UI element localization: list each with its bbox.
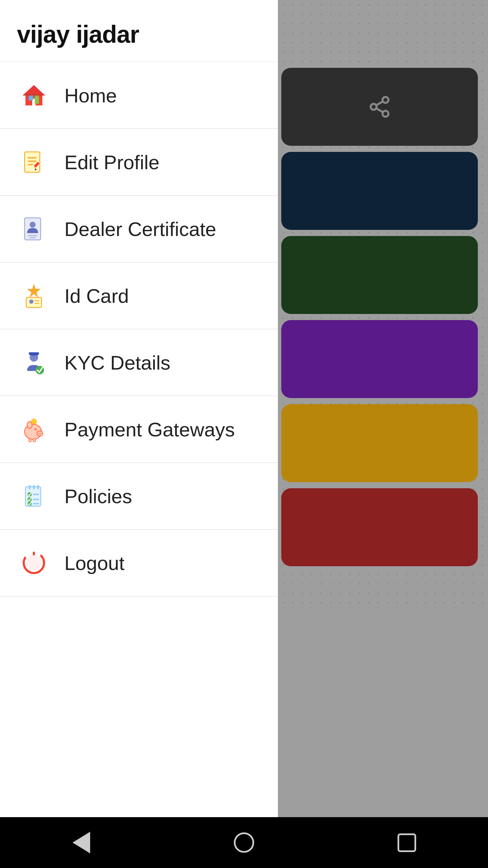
bottom-nav-bar	[0, 817, 488, 868]
svg-point-0	[383, 97, 389, 103]
svg-point-35	[38, 433, 40, 434]
card-navy	[281, 152, 478, 230]
edit-profile-icon	[17, 145, 51, 179]
svg-rect-46	[29, 485, 30, 490]
menu-item-dealer-certificate[interactable]: Dealer Certificate	[0, 196, 278, 262]
svg-rect-9	[23, 95, 45, 96]
menu-label-dealer-certificate: Dealer Certificate	[64, 218, 216, 240]
share-card[interactable]	[281, 68, 478, 146]
svg-point-57	[26, 555, 42, 571]
share-icon	[368, 95, 391, 119]
menu-item-edit-profile[interactable]: Edit Profile	[0, 129, 278, 196]
menu-item-id-card[interactable]: Id Card	[0, 262, 278, 329]
payment-gateways-icon: $	[17, 412, 51, 446]
card-green	[281, 236, 478, 314]
id-card-icon	[17, 279, 51, 313]
back-button[interactable]	[61, 822, 102, 863]
svg-point-38	[35, 428, 37, 430]
menu-item-logout[interactable]: Logout	[0, 530, 278, 596]
menu-label-policies: Policies	[64, 485, 132, 508]
svg-rect-47	[33, 485, 35, 490]
logout-icon	[17, 546, 51, 580]
back-icon	[73, 832, 90, 853]
svg-point-2	[383, 111, 389, 117]
svg-rect-48	[37, 485, 39, 490]
menu-label-payment-gateways: Payment Gateways	[64, 418, 235, 441]
menu-label-id-card: Id Card	[64, 284, 129, 307]
menu-label-kyc-details: KYC Details	[64, 351, 170, 374]
recents-button[interactable]	[386, 822, 427, 863]
svg-point-36	[40, 433, 41, 434]
menu-item-kyc-details[interactable]: KYC Details	[0, 329, 278, 396]
card-red	[281, 488, 478, 566]
card-gold	[281, 404, 478, 482]
svg-rect-42	[29, 439, 32, 442]
svg-point-25	[29, 299, 34, 304]
svg-marker-22	[27, 284, 41, 297]
menu-list: Home Edit Profile	[0, 62, 278, 596]
svg-rect-10	[25, 152, 40, 172]
svg-point-19	[30, 222, 36, 228]
home-icon	[17, 78, 51, 112]
recents-icon	[398, 833, 416, 852]
kyc-details-icon	[17, 346, 51, 379]
svg-rect-7	[35, 95, 39, 104]
svg-line-3	[376, 108, 383, 112]
home-button[interactable]	[224, 822, 264, 863]
sidebar: vijay ijadar Home	[0, 0, 278, 868]
menu-label-edit-profile: Edit Profile	[64, 151, 159, 174]
svg-point-34	[37, 431, 43, 436]
menu-label-home: Home	[64, 84, 117, 107]
svg-text:$: $	[33, 420, 35, 424]
svg-point-1	[371, 104, 377, 110]
svg-rect-23	[26, 297, 42, 308]
svg-line-4	[376, 101, 383, 105]
home-circle-icon	[234, 832, 254, 853]
policies-icon	[17, 479, 51, 513]
svg-rect-43	[33, 439, 36, 442]
svg-marker-8	[23, 85, 45, 95]
dealer-certificate-icon	[17, 212, 51, 246]
menu-item-policies[interactable]: Policies	[0, 463, 278, 530]
menu-item-home[interactable]: Home	[0, 62, 278, 129]
cards-area	[281, 68, 478, 566]
sidebar-header: vijay ijadar	[0, 0, 278, 62]
menu-item-payment-gateways[interactable]: $ Payment Gateways	[0, 396, 278, 463]
username-label: vijay ijadar	[17, 21, 139, 48]
menu-label-logout: Logout	[64, 552, 124, 574]
card-purple	[281, 320, 478, 398]
svg-rect-30	[29, 352, 39, 354]
